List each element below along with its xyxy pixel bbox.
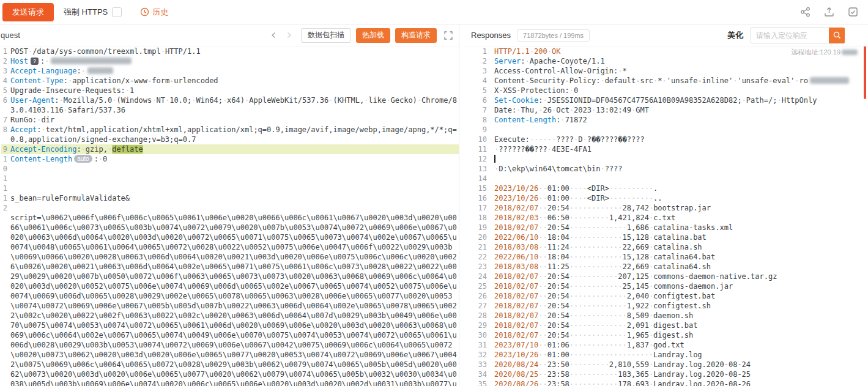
main-split: quest 数据包扫描 热加载 构造请求 1POST·/data/sys-com… — [0, 24, 868, 386]
beautify-button[interactable]: 美化 — [727, 30, 743, 41]
code-line-text: 2018/02/07··20:54············25,145·comm… — [494, 281, 868, 291]
code-line: 10Execute:······????·D·?��????��???? — [471, 135, 868, 144]
code-line-text: User-Agent:·Mozilla/5.0·(Windows·NT·10.0… — [10, 95, 459, 115]
code-line-text: Date:·Thu,·26·Oct·2023·13:02:49·GMT — [494, 105, 868, 115]
code-line-text: 2020/08/25··23:58···········183,365·Land… — [494, 369, 868, 379]
line-number: 21 — [471, 242, 487, 252]
code-line-text: POST·/data/sys-common/treexml.tmpl·HTTP/… — [10, 46, 459, 56]
export-icon[interactable] — [824, 7, 834, 17]
line-number: 31 — [471, 340, 487, 350]
chevron-left-icon[interactable] — [270, 32, 277, 39]
app-window: 发送请求 强制 HTTPS 历史 quest 数据包扫描 — [0, 0, 868, 386]
code-line-text: Host?:· — [10, 56, 459, 66]
auto-tag: auto — [74, 155, 92, 163]
code-line-text: Set-Cookie:·JSESSIONID=DF04567C47756A10B… — [494, 95, 868, 105]
search-icon — [833, 31, 841, 39]
code-line: 292018/02/07··20:54·············2,091·di… — [471, 321, 868, 330]
packet-scan-button[interactable]: 数据包扫描 — [301, 28, 351, 43]
code-line-text: 2023/10/26··01:00····<DIR>··········.. — [494, 193, 868, 203]
code-line: 222022/06/10··18:04············15,128·ca… — [471, 252, 868, 262]
line-number: 14 — [471, 174, 487, 184]
build-request-button[interactable]: 构造请求 — [395, 28, 437, 43]
line-number: 28 — [471, 311, 487, 321]
hot-reload-button[interactable]: 热加载 — [356, 28, 390, 43]
line-number: 3 — [471, 66, 487, 76]
line-number: 7 — [471, 105, 487, 115]
search-input[interactable] — [751, 28, 829, 43]
force-https-checkbox[interactable] — [112, 7, 122, 17]
code-line-text: X-XSS-Protection:·0 — [494, 86, 868, 95]
code-line: 322023/10/26··01:00···················La… — [471, 350, 868, 360]
code-line-text: ·??????��???·4E3E-4FA1 — [494, 144, 868, 154]
top-toolbar: 发送请求 强制 HTTPS 历史 — [0, 0, 868, 24]
code-line: 13·D:\ekp\win64\tomcat\bin·???? — [471, 164, 868, 174]
code-line: 242018/02/07··20:54···········207,125·co… — [471, 272, 868, 281]
line-number: 2 — [1, 56, 7, 66]
code-line: 8Content-Length:·71872 — [471, 115, 868, 125]
code-line: 302018/02/07··20:54·············1,965·di… — [471, 330, 868, 340]
line-number: 7 — [1, 115, 7, 125]
response-viewer[interactable]: 远程地址:120.19 1HTTP/1.1·200·OK2Server:·Apa… — [464, 46, 868, 386]
code-line-text: ·D:\ekp\win64\tomcat\bin·???? — [494, 164, 868, 174]
code-line-text: 2022/06/10··18:04············15,128·cata… — [494, 232, 868, 242]
line-number: 10 — [1, 154, 7, 174]
edit-icon[interactable] — [848, 7, 858, 17]
line-number: 33 — [471, 360, 487, 369]
code-line-text: Accept-Language:· — [10, 66, 459, 76]
search-button[interactable] — [829, 28, 845, 43]
chevron-right-icon[interactable] — [286, 32, 292, 39]
code-line-text: 2018/02/07··20:54·············2,040·conf… — [494, 291, 868, 301]
code-line: 5Upgrade-Insecure-Requests:·1 — [1, 86, 459, 95]
line-number: 26 — [471, 291, 487, 301]
code-line: 7Date:·Thu,·26·Oct·2023·13:02:49·GMT — [471, 105, 868, 115]
code-line-text: script=\u0062\u006f\u006f\u006c\u0065\u0… — [10, 213, 459, 386]
code-line: 202022/06/10··18:04············15,128·ca… — [471, 232, 868, 242]
code-line: 342020/08/25··23:58···········183,365·La… — [471, 369, 868, 379]
code-line-text: 2020/08/26··23:58···········178,693·Land… — [494, 379, 868, 386]
code-line-text: 2018/02/07··20:54·············8,509·daem… — [494, 311, 868, 321]
code-line-text: 2022/06/10··18:04············15,128·cata… — [494, 252, 868, 262]
code-line: 2Server:·Apache-Coyote/1.1 — [471, 56, 868, 66]
line-number: 17 — [471, 203, 487, 213]
scroll-indicator[interactable] — [864, 46, 866, 99]
line-number: 4 — [471, 76, 487, 86]
code-line-text: Accept-Encoding:·gzip,·deflate — [10, 144, 459, 154]
code-line-text: Upgrade-Insecure-Requests:·1 — [10, 86, 459, 95]
line-number: 10 — [471, 135, 487, 144]
remote-address-label: 远程地址:120.19 — [791, 48, 859, 57]
line-number: 6 — [1, 95, 7, 105]
code-line-text: RunGo:·dir — [10, 115, 459, 125]
code-line: 4Content-Security-Policy:·default-src·*·… — [471, 76, 868, 86]
request-panel-title: quest — [1, 31, 20, 40]
line-number: 13 — [471, 164, 487, 174]
code-line: 9Accept-Encoding:·gzip,·deflate — [1, 144, 459, 154]
request-editor[interactable]: 1POST·/data/sys-common/treexml.tmpl·HTTP… — [0, 46, 459, 386]
line-number: 11 — [471, 144, 487, 154]
line-number: 32 — [471, 350, 487, 360]
code-line-text: Content-Lengthauto:·0 — [10, 154, 459, 164]
line-number: 11 — [1, 174, 7, 193]
code-line: 2Host?:· — [1, 56, 459, 66]
line-number: 34 — [471, 369, 487, 379]
send-request-button[interactable]: 发送请求 — [2, 3, 54, 21]
redacted-blur — [51, 58, 132, 64]
toolbar-icons — [800, 7, 858, 17]
responses-tab[interactable]: Responses — [471, 31, 511, 40]
share-icon[interactable] — [800, 7, 811, 17]
code-line: 3Accept-Language:· — [1, 66, 459, 76]
expand-icon[interactable] — [444, 31, 453, 40]
code-line-text: 2018/02/07··20:54·············1,686·cata… — [494, 223, 868, 232]
code-line: 282018/02/07··20:54·············8,509·da… — [471, 311, 868, 321]
code-line-text: 2018/02/07··20:54·············1,922·conf… — [494, 301, 868, 311]
line-number: 18 — [471, 213, 487, 223]
code-line: 172018/02/07··20:54············28,742·bo… — [471, 203, 868, 213]
force-https-option[interactable]: 强制 HTTPS — [64, 7, 122, 18]
history-label: 历史 — [152, 7, 168, 18]
line-number: 35 — [471, 379, 487, 386]
line-number: 8 — [1, 125, 7, 135]
line-number: 5 — [1, 86, 7, 95]
code-line: 9 — [471, 125, 868, 135]
code-line: 11 — [1, 174, 459, 193]
line-number: 5 — [471, 86, 487, 95]
history-button[interactable]: 历史 — [140, 7, 168, 18]
